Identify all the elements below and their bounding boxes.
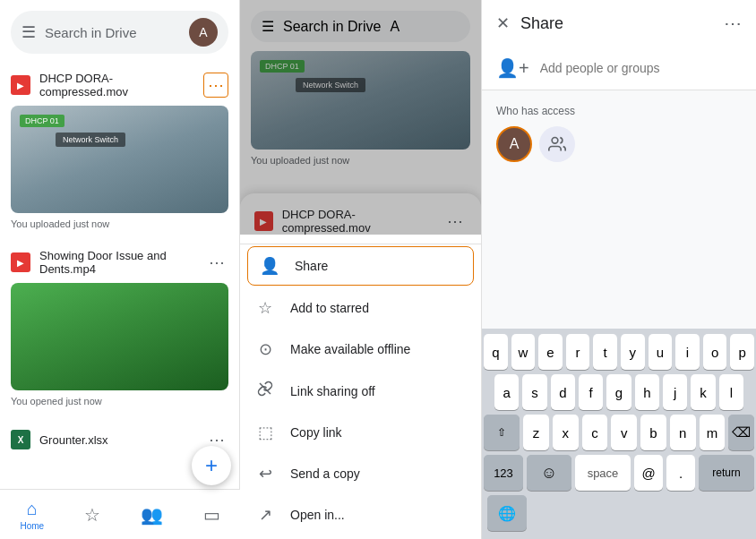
- key-n[interactable]: n: [670, 415, 696, 450]
- file-item-dhcp: DHCP DORA-compressed.mov ⋯ DHCP 01 Netwo…: [0, 63, 239, 240]
- menu-label-offline: Make available offline: [290, 342, 410, 356]
- more-options-door[interactable]: ⋯: [205, 249, 228, 276]
- key-emoji[interactable]: ☺: [527, 455, 571, 491]
- key-c[interactable]: c: [582, 415, 608, 450]
- send-icon: ↩: [254, 464, 276, 483]
- menu-item-offline[interactable]: ⊙ Make available offline: [240, 329, 481, 370]
- key-q[interactable]: q: [484, 334, 508, 370]
- key-x[interactable]: x: [553, 415, 579, 450]
- bottom-nav: ⌂ Home ☆ 👥 ▭: [0, 489, 240, 539]
- menu-item-starred[interactable]: ☆ Add to starred: [240, 287, 481, 329]
- share-panel: ✕ Share ⋯ 👤+ Who has access A: [482, 0, 756, 539]
- search-bar[interactable]: ☰ Search in Drive A: [11, 11, 228, 54]
- menu-label-starred: Add to starred: [290, 301, 369, 315]
- menu-item-link-sharing[interactable]: Link sharing off: [240, 370, 481, 412]
- link-icon: [254, 381, 276, 401]
- key-w[interactable]: w: [511, 334, 536, 370]
- key-k[interactable]: k: [691, 374, 715, 410]
- mid-overlay: [240, 0, 481, 235]
- key-backspace[interactable]: ⌫: [728, 415, 754, 450]
- file-header-dhcp[interactable]: DHCP DORA-compressed.mov ⋯: [0, 66, 239, 104]
- key-period[interactable]: .: [666, 455, 695, 491]
- file-name-grounter: Grounter.xlsx: [39, 433, 196, 447]
- key-p[interactable]: p: [730, 334, 754, 370]
- copy-icon: ⬚: [254, 423, 276, 442]
- search-input-label[interactable]: Search in Drive: [45, 25, 180, 40]
- avatar[interactable]: A: [189, 18, 218, 47]
- share-close-button[interactable]: ✕: [496, 13, 510, 33]
- key-z[interactable]: z: [523, 415, 549, 450]
- key-globe[interactable]: 🌐: [487, 495, 527, 531]
- share-title: Share: [520, 14, 713, 33]
- key-m[interactable]: m: [700, 415, 726, 450]
- menu-item-share[interactable]: 👤 Share: [247, 246, 474, 286]
- key-return[interactable]: return: [699, 455, 754, 491]
- key-u[interactable]: u: [649, 334, 673, 370]
- thumbnail-label-dhcp: Network Switch: [56, 133, 125, 147]
- key-j[interactable]: j: [663, 374, 687, 410]
- add-people-input[interactable]: [540, 61, 742, 75]
- key-a[interactable]: a: [494, 374, 519, 410]
- svg-line-0: [260, 383, 271, 394]
- key-b[interactable]: b: [640, 415, 666, 450]
- key-y[interactable]: y: [621, 334, 645, 370]
- shared-icon: 👥: [141, 504, 163, 526]
- key-v[interactable]: v: [611, 415, 637, 450]
- video-icon-door: [11, 252, 30, 272]
- key-space[interactable]: space: [575, 455, 631, 491]
- keyboard-row-4: 123 ☺ space @ . return: [484, 455, 754, 491]
- key-g[interactable]: g: [606, 374, 631, 410]
- thumbnail-door: [11, 283, 228, 390]
- file-name-dhcp: DHCP DORA-compressed.mov: [39, 72, 194, 98]
- key-o[interactable]: o: [703, 334, 727, 370]
- key-l[interactable]: l: [719, 374, 743, 410]
- access-avatar-user[interactable]: A: [496, 126, 532, 162]
- menu-label-share: Share: [295, 259, 328, 273]
- nav-shared[interactable]: 👥: [141, 504, 163, 526]
- drive-home-panel: ☰ Search in Drive A DHCP DORA-compressed…: [0, 0, 240, 539]
- star-icon: ☆: [254, 298, 276, 318]
- svg-point-1: [552, 138, 558, 144]
- nav-starred[interactable]: ☆: [84, 504, 100, 526]
- menu-item-send-copy[interactable]: ↩ Send a copy: [240, 453, 481, 494]
- access-avatars: A: [496, 126, 742, 162]
- keyboard-row-globe: 🌐: [484, 495, 754, 531]
- who-has-access-section: Who has access A: [482, 90, 756, 176]
- more-options-dhcp[interactable]: ⋯: [203, 73, 228, 98]
- file-name-door: Showing Door Issue and Dents.mp4: [39, 249, 196, 276]
- who-has-access-label: Who has access: [496, 105, 742, 117]
- menu-item-open-in[interactable]: ↗ Open in...: [240, 494, 481, 535]
- key-shift[interactable]: ⇧: [484, 415, 520, 450]
- access-avatar-group[interactable]: [539, 126, 575, 162]
- offline-icon: ⊙: [254, 339, 276, 359]
- key-d[interactable]: d: [551, 374, 575, 410]
- menu-label-send-copy: Send a copy: [290, 466, 360, 481]
- menu-label-link-sharing: Link sharing off: [290, 384, 375, 398]
- keyboard: q w e r t y u i o p a s d f g h j k l ⇧ …: [482, 329, 756, 539]
- file-header-door[interactable]: Showing Door Issue and Dents.mp4 ⋯: [0, 244, 239, 281]
- share-header: ✕ Share ⋯: [482, 0, 756, 47]
- key-s[interactable]: s: [522, 374, 546, 410]
- keyboard-row-1: q w e r t y u i o p: [484, 334, 754, 370]
- keyboard-row-2: a s d f g h j k l: [484, 374, 754, 410]
- key-r[interactable]: r: [566, 334, 590, 370]
- hamburger-icon[interactable]: ☰: [21, 22, 36, 42]
- nav-home-label: Home: [20, 521, 44, 531]
- nav-home[interactable]: ⌂ Home: [20, 499, 44, 531]
- menu-item-copy-link[interactable]: ⬚ Copy link: [240, 412, 481, 453]
- key-e[interactable]: e: [538, 334, 563, 370]
- context-menu-panel: ☰ Search in Drive A DHCP 01 Network Swit…: [240, 0, 482, 539]
- thumbnail-dhcp: DHCP 01 Network Switch: [11, 106, 228, 213]
- key-at[interactable]: @: [634, 455, 663, 491]
- key-i[interactable]: i: [675, 334, 700, 370]
- key-numbers[interactable]: 123: [484, 455, 523, 491]
- nav-files[interactable]: ▭: [203, 504, 220, 526]
- key-h[interactable]: h: [635, 374, 659, 410]
- file-meta-dhcp: You uploaded just now: [0, 217, 239, 236]
- share-more-button[interactable]: ⋯: [724, 13, 742, 34]
- fab-button[interactable]: +: [192, 446, 231, 485]
- file-item-door: Showing Door Issue and Dents.mp4 ⋯ You o…: [0, 240, 239, 417]
- key-f[interactable]: f: [579, 374, 603, 410]
- share-add-people[interactable]: 👤+: [482, 47, 756, 90]
- key-t[interactable]: t: [593, 334, 617, 370]
